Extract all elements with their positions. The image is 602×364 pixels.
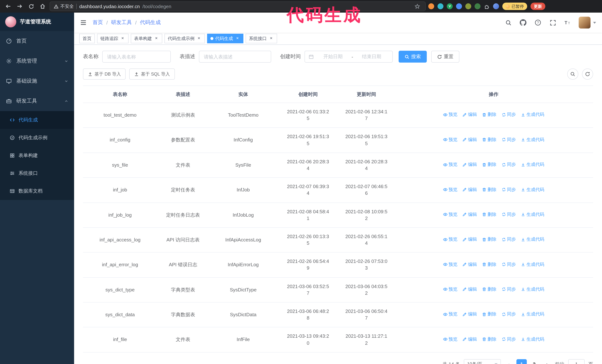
- paused-badge[interactable]: 已暂停: [502, 3, 527, 10]
- edit-link[interactable]: 编辑: [462, 161, 477, 168]
- close-icon[interactable]: ×: [120, 36, 125, 41]
- preview-link[interactable]: 预览: [443, 112, 458, 118]
- sidebar-item-system-api[interactable]: 系统接口: [0, 164, 74, 182]
- extension-icon[interactable]: [428, 3, 434, 9]
- edit-link[interactable]: 编辑: [462, 261, 477, 268]
- delete-link[interactable]: 删除: [482, 236, 496, 243]
- delete-link[interactable]: 删除: [482, 112, 496, 118]
- docs-question-icon[interactable]: ?: [534, 19, 542, 26]
- sidebar-item-codegen[interactable]: 代码生成: [0, 111, 74, 129]
- delete-link[interactable]: 删除: [482, 161, 496, 168]
- page-size-select[interactable]: 10条/页: [464, 359, 501, 364]
- edit-link[interactable]: 编辑: [462, 336, 477, 343]
- next-page-button[interactable]: ›: [543, 359, 551, 364]
- github-icon[interactable]: [519, 19, 527, 26]
- import-sql-button[interactable]: 基于 SQL 导入: [129, 69, 175, 80]
- security-chip[interactable]: 不安全: [54, 3, 74, 10]
- sidebar-item-infrastructure[interactable]: 基础设施: [0, 71, 74, 91]
- generate-code-link[interactable]: 生成代码: [521, 187, 544, 193]
- tag-view-tab[interactable]: 首页 ×: [79, 34, 95, 43]
- tag-view-tab[interactable]: 系统接口 ×: [246, 34, 277, 43]
- hamburger-icon[interactable]: [74, 19, 93, 26]
- generate-code-link[interactable]: 生成代码: [521, 211, 544, 218]
- sync-link[interactable]: 同步: [501, 286, 516, 292]
- delete-link[interactable]: 删除: [482, 311, 496, 318]
- tag-view-tab[interactable]: 链路追踪 ×: [97, 34, 129, 43]
- profile-avatar[interactable]: [493, 3, 499, 9]
- back-icon[interactable]: [4, 2, 13, 11]
- import-db-button[interactable]: 基于 DB 导入: [83, 69, 126, 80]
- extension-icon[interactable]: [465, 3, 471, 9]
- preview-link[interactable]: 预览: [443, 286, 458, 292]
- sync-link[interactable]: 同步: [501, 211, 516, 218]
- tag-view-tab[interactable]: 代码生成 ×: [207, 34, 243, 43]
- preview-link[interactable]: 预览: [443, 311, 458, 318]
- generate-code-link[interactable]: 生成代码: [521, 336, 544, 343]
- preview-link[interactable]: 预览: [443, 261, 458, 268]
- search-icon[interactable]: [505, 19, 512, 26]
- sidebar-item-home[interactable]: 首页: [0, 31, 74, 51]
- sync-link[interactable]: 同步: [501, 161, 516, 168]
- table-name-input[interactable]: [102, 51, 171, 62]
- reload-icon[interactable]: [27, 2, 36, 11]
- sync-link[interactable]: 同步: [501, 311, 516, 318]
- preview-link[interactable]: 预览: [443, 211, 458, 218]
- preview-link[interactable]: 预览: [443, 336, 458, 343]
- update-button[interactable]: 更新: [530, 3, 545, 10]
- close-icon[interactable]: ×: [154, 36, 159, 41]
- extension-icon[interactable]: [474, 3, 481, 9]
- fullscreen-icon[interactable]: [549, 19, 556, 26]
- font-size-icon[interactable]: TT: [564, 19, 571, 26]
- close-icon[interactable]: ×: [269, 36, 274, 41]
- app-logo[interactable]: 芋道管理系统: [0, 13, 74, 31]
- delete-link[interactable]: 删除: [482, 211, 496, 218]
- edit-link[interactable]: 编辑: [462, 187, 477, 193]
- sidebar-item-form-builder[interactable]: 表单构建: [0, 147, 74, 164]
- delete-link[interactable]: 删除: [482, 137, 496, 143]
- close-icon[interactable]: ×: [196, 36, 202, 41]
- table-desc-input[interactable]: [199, 51, 271, 62]
- generate-code-link[interactable]: 生成代码: [521, 112, 544, 118]
- sync-link[interactable]: 同步: [501, 336, 516, 343]
- generate-code-link[interactable]: 生成代码: [521, 261, 544, 268]
- sync-link[interactable]: 同步: [501, 137, 516, 143]
- extensions-puzzle-icon[interactable]: [484, 3, 490, 9]
- generate-code-link[interactable]: 生成代码: [521, 311, 544, 318]
- sync-link[interactable]: 同步: [501, 261, 516, 268]
- reset-button[interactable]: 重置: [431, 51, 459, 62]
- date-range-picker[interactable]: 开始日期 - 结束日期: [304, 51, 393, 62]
- prev-page-button[interactable]: ‹: [505, 359, 513, 364]
- sync-link[interactable]: 同步: [501, 187, 516, 193]
- delete-link[interactable]: 删除: [482, 187, 496, 193]
- preview-link[interactable]: 预览: [443, 187, 458, 193]
- edit-link[interactable]: 编辑: [462, 286, 477, 292]
- forward-icon[interactable]: [15, 2, 24, 11]
- page-number-button[interactable]: 1: [516, 359, 527, 364]
- sidebar-item-codegen-example[interactable]: 代码生成示例: [0, 129, 74, 147]
- close-icon[interactable]: ×: [235, 36, 240, 41]
- home-icon[interactable]: [38, 2, 47, 11]
- edit-link[interactable]: 编辑: [462, 236, 477, 243]
- preview-link[interactable]: 预览: [443, 161, 458, 168]
- tag-view-tab[interactable]: 表单构建 ×: [131, 34, 162, 43]
- sidebar-item-system-management[interactable]: 系统管理: [0, 51, 74, 71]
- preview-link[interactable]: 预览: [443, 137, 458, 143]
- goto-page-input[interactable]: [568, 359, 585, 364]
- user-menu[interactable]: [579, 17, 596, 29]
- page-number-button[interactable]: 2: [529, 359, 539, 364]
- extension-icon[interactable]: V: [447, 3, 453, 9]
- breadcrumb-dev-tools[interactable]: 研发工具: [111, 19, 132, 26]
- search-button[interactable]: 搜索: [399, 51, 427, 62]
- edit-link[interactable]: 编辑: [462, 137, 477, 143]
- generate-code-link[interactable]: 生成代码: [521, 161, 544, 168]
- toggle-search-button[interactable]: [567, 69, 578, 80]
- delete-link[interactable]: 删除: [482, 261, 496, 268]
- generate-code-link[interactable]: 生成代码: [521, 286, 544, 292]
- delete-link[interactable]: 删除: [482, 336, 496, 343]
- bookmark-star-icon[interactable]: [413, 2, 422, 11]
- edit-link[interactable]: 编辑: [462, 311, 477, 318]
- preview-link[interactable]: 预览: [443, 236, 458, 243]
- sidebar-item-dev-tools[interactable]: 研发工具: [0, 91, 74, 111]
- address-bar[interactable]: 不安全 dashboard.yudao.iocoder.cn/tool/code…: [50, 1, 426, 11]
- edit-link[interactable]: 编辑: [462, 112, 477, 118]
